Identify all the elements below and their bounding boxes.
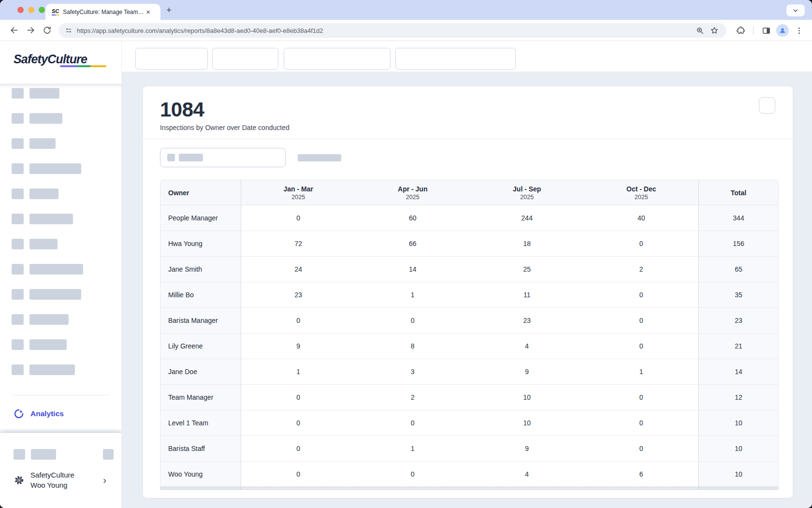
search-input[interactable] xyxy=(160,148,286,167)
value-cell: 40 xyxy=(584,205,699,231)
metric-subtitle: Inspections by Owner over Date conducted xyxy=(160,124,777,131)
value-cell: 10 xyxy=(470,385,584,410)
forward-button[interactable] xyxy=(22,22,39,39)
card-action-button[interactable] xyxy=(759,97,775,114)
nav-skeleton-item xyxy=(12,239,58,249)
reload-button[interactable] xyxy=(39,22,55,39)
sidebar-divider xyxy=(13,395,109,395)
filter-chip[interactable] xyxy=(135,48,208,70)
extensions-icon[interactable] xyxy=(732,22,749,39)
filter-chip[interactable] xyxy=(395,48,516,70)
org-switcher[interactable]: SafetyCulture Woo Young › xyxy=(14,470,110,490)
owner-cell: People Manager xyxy=(160,205,241,231)
value-cell: 0 xyxy=(584,385,699,410)
value-cell: 72 xyxy=(241,231,356,256)
toolbar-actions xyxy=(732,23,807,38)
filter-chip[interactable] xyxy=(212,48,278,70)
nav-skeleton-item xyxy=(12,214,73,224)
column-header-q3[interactable]: Jul - Sep 2025 xyxy=(470,180,584,205)
close-window-button[interactable] xyxy=(17,7,24,13)
app-content: SafetyCulture Analyti xyxy=(0,41,812,508)
browser-menu-icon[interactable] xyxy=(791,22,807,39)
table-row: Level 1 Team0010010 xyxy=(160,410,778,436)
value-cell: 0 xyxy=(241,385,356,410)
table-row: Millie Bo23111035 xyxy=(160,282,778,308)
table-row: Jane Smith241425265 xyxy=(160,257,778,282)
value-cell: 11 xyxy=(470,282,584,307)
value-cell: 9 xyxy=(241,334,356,359)
minimize-window-button[interactable] xyxy=(28,7,34,13)
chevron-right-icon[interactable]: › xyxy=(103,475,106,486)
value-cell: 0 xyxy=(584,410,699,435)
value-cell: 1 xyxy=(241,359,356,384)
column-header-owner[interactable]: Owner xyxy=(160,180,241,205)
value-cell: 25 xyxy=(470,257,584,282)
filter-chip[interactable] xyxy=(284,48,391,70)
search-placeholder-skeleton xyxy=(179,154,203,161)
zoom-button[interactable] xyxy=(693,23,707,38)
value-cell: 0 xyxy=(356,410,470,435)
nav-skeleton-item xyxy=(12,113,62,124)
tab-strip: SC SafetyCulture: Manage Teams and... × … xyxy=(0,0,812,20)
table-row: Jane Doe139114 xyxy=(160,359,778,385)
footer-skeleton-item xyxy=(14,449,56,460)
value-cell: 0 xyxy=(241,308,356,333)
total-cell: 10 xyxy=(698,436,778,461)
pie-chart-icon xyxy=(14,408,24,419)
value-cell: 0 xyxy=(584,436,699,461)
url-text[interactable]: https://app.safetyculture.com/analytics/… xyxy=(77,27,693,34)
value-cell: 23 xyxy=(470,308,584,333)
address-bar[interactable]: https://app.safetyculture.com/analytics/… xyxy=(58,23,726,38)
owner-cell: Team Manager xyxy=(160,385,241,410)
owner-cell: Hwa Young xyxy=(160,231,241,256)
nav-skeleton-item xyxy=(12,339,67,350)
table-row-clipped xyxy=(160,487,778,490)
total-cell xyxy=(698,488,778,490)
total-cell: 23 xyxy=(698,308,778,333)
table-row: Lily Greene984021 xyxy=(160,334,778,359)
fullscreen-window-button[interactable] xyxy=(39,7,45,13)
bookmark-star-icon[interactable] xyxy=(707,23,722,38)
total-cell: 10 xyxy=(698,462,778,487)
browser-window: SC SafetyCulture: Manage Teams and... × … xyxy=(0,0,812,508)
new-tab-button[interactable]: + xyxy=(166,5,172,15)
value-cell: 4 xyxy=(470,334,584,359)
value-cell: 23 xyxy=(241,282,356,307)
site-info-icon[interactable] xyxy=(65,27,72,34)
main-area: 1084 Inspections by Owner over Date cond… xyxy=(122,41,812,508)
column-header-q2[interactable]: Apr - Jun 2025 xyxy=(356,180,470,205)
value-cell: 8 xyxy=(356,334,470,359)
scroll-shadow-top xyxy=(0,84,121,88)
total-cell: 12 xyxy=(698,385,778,410)
value-cell: 2 xyxy=(356,385,470,410)
column-header-q4[interactable]: Oct - Dec 2025 xyxy=(584,180,699,205)
table-controls xyxy=(160,148,777,167)
table-row: Barista Staff019010 xyxy=(160,436,778,462)
value-cell: 3 xyxy=(356,359,470,384)
profile-avatar[interactable] xyxy=(776,24,789,37)
card-header: 1084 Inspections by Owner over Date cond… xyxy=(143,87,793,139)
tab-search-button[interactable] xyxy=(786,4,805,16)
side-panel-icon[interactable] xyxy=(758,22,774,39)
safetyculture-favicon: SC xyxy=(52,8,59,15)
column-header-total[interactable]: Total xyxy=(698,180,778,205)
column-header-q1[interactable]: Jan - Mar 2025 xyxy=(241,180,356,205)
close-tab-icon[interactable]: × xyxy=(146,8,150,15)
nav-skeleton-item xyxy=(12,264,83,275)
nav-skeleton-item xyxy=(12,163,81,174)
logo-text: SafetyCulture xyxy=(14,52,87,66)
window-controls[interactable] xyxy=(17,7,45,13)
sidebar-item-analytics[interactable]: Analytics xyxy=(14,408,64,419)
back-button[interactable] xyxy=(6,22,22,39)
value-cell xyxy=(470,488,584,490)
value-cell: 24 xyxy=(241,257,356,282)
owner-cell: Barista Manager xyxy=(160,308,241,333)
value-cell: 0 xyxy=(356,308,470,333)
value-cell: 9 xyxy=(470,436,584,461)
browser-tab[interactable]: SC SafetyCulture: Manage Teams and... × xyxy=(45,4,160,20)
value-cell: 1 xyxy=(356,436,470,461)
report-card: 1084 Inspections by Owner over Date cond… xyxy=(143,86,793,498)
value-cell: 66 xyxy=(356,231,470,256)
metric-value: 1084 xyxy=(160,98,777,121)
value-cell: 0 xyxy=(241,462,356,487)
